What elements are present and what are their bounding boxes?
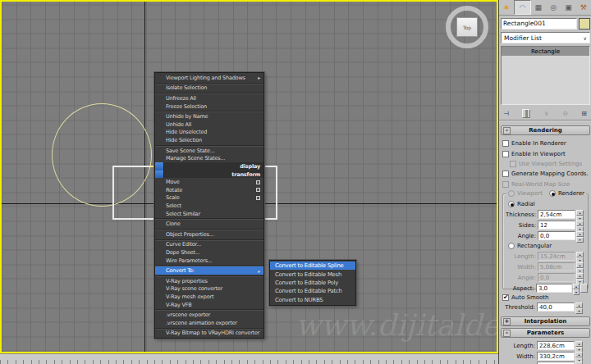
value-field[interactable]: 228,6cm [537, 341, 575, 350]
value-field[interactable]: 15,24cm [538, 252, 575, 261]
value-field[interactable]: 0,0 [538, 231, 575, 240]
value-field[interactable]: 0,0 [538, 273, 575, 282]
value-field[interactable]: 2,54cm [538, 210, 575, 219]
radio-button[interactable] [508, 190, 515, 197]
menu-item[interactable]: V-Ray mesh export ▸ [155, 293, 263, 301]
menu-item[interactable]: transform ▸ [155, 171, 263, 179]
menu-item[interactable]: Manage Scene States... ▸ [155, 154, 263, 162]
spinner[interactable]: ▴▾ [576, 210, 584, 219]
menu-item[interactable]: Move ▸ [155, 178, 263, 186]
submenu-item[interactable]: Convert to Editable Poly [270, 279, 355, 287]
spinner[interactable]: ▴▾ [576, 262, 584, 271]
menu-item[interactable]: Freeze Selection ▸ [155, 102, 263, 111]
checkbox[interactable] [510, 161, 516, 167]
rollout-rendering-header[interactable]: - Rendering [501, 125, 590, 135]
radio-button[interactable] [508, 201, 515, 207]
spinner[interactable]: ▴▾ [575, 303, 583, 312]
spinner[interactable]: ▴▾ [576, 273, 584, 282]
rollout-parameters-header[interactable]: - Parameters [501, 328, 590, 338]
command-panel-tab[interactable]: ⚒ [576, 0, 591, 15]
object-name-field[interactable]: Rectangle001 [501, 18, 577, 30]
viewcube-top-face[interactable]: Top [456, 17, 478, 37]
menu-item[interactable]: Unfreeze All ▸ [155, 94, 263, 102]
value-field[interactable]: 5,08cm [538, 262, 575, 271]
radio-renderer[interactable]: Renderer [549, 190, 584, 197]
collapse-icon[interactable]: - [503, 127, 511, 134]
menu-item[interactable]: display ▸ [155, 162, 263, 171]
checkbox[interactable] [502, 181, 509, 188]
modifier-stack[interactable]: Rectangle [501, 46, 590, 105]
value-field[interactable]: 12 [538, 221, 575, 230]
value-field[interactable]: 40,0 [537, 303, 575, 312]
menu-item[interactable]: Isolate Selection ▸ [155, 84, 263, 93]
spinner[interactable]: ▴▾ [576, 231, 584, 240]
menu-item[interactable]: Curve Editor... ▸ [155, 241, 263, 249]
command-panel-tab[interactable]: ▦ [531, 0, 546, 15]
menu-item[interactable]: .vrscene animation exporter ▸ [155, 319, 263, 327]
command-panel-tab[interactable]: ◎ [546, 0, 561, 15]
menu-item[interactable]: Scale ▸ [155, 194, 263, 202]
modifier-stack-item[interactable]: Rectangle [502, 47, 589, 56]
radio-viewport[interactable]: Viewport [508, 190, 543, 197]
viewcube[interactable]: Top [443, 4, 491, 50]
spinner[interactable]: ▴▾ [576, 221, 584, 230]
checkbox-row[interactable]: Enable In Viewport [502, 148, 589, 158]
submenu-item[interactable]: Convert to Editable Mesh [270, 270, 355, 278]
menu-item[interactable]: Clone ▸ [155, 220, 263, 228]
menu-item[interactable]: V-Ray properties ▸ [155, 277, 263, 285]
menu-item[interactable]: Save Scene State... ▸ [155, 147, 263, 155]
checkbox[interactable] [502, 151, 509, 157]
value-field[interactable]: 330,2cm [537, 352, 575, 361]
stack-tool-button[interactable]: ∨ [544, 110, 549, 117]
command-panel-tab[interactable]: ▣ [561, 0, 575, 15]
object-color-swatch[interactable] [579, 18, 590, 30]
spinner[interactable]: ▴▾ [576, 252, 584, 261]
checkbox-row[interactable]: Real-World Map Size [502, 180, 589, 189]
aspect-lock-button[interactable] [580, 284, 588, 293]
menu-item[interactable]: Object Properties... ▸ [155, 230, 263, 239]
radio-radial[interactable]: Radial [503, 199, 588, 209]
radio-rectangular[interactable]: Rectangular [503, 241, 588, 251]
rollout-interpolation-header[interactable]: + Interpolation [501, 316, 590, 326]
checkbox[interactable] [502, 140, 509, 147]
menu-item[interactable]: Viewport Lighting and Shadows ▸ [155, 74, 263, 82]
stack-tool-button[interactable]: ⊣ [503, 110, 509, 117]
menu-item[interactable]: Dope Sheet... ▸ [155, 248, 263, 257]
menu-item[interactable]: Wire Parameters... ▸ [155, 257, 263, 265]
modifier-list-dropdown[interactable]: Modifier List ∨ [501, 32, 590, 43]
submenu-item[interactable]: Convert to Editable Spline [270, 262, 355, 270]
spinner[interactable]: ▴▾ [573, 284, 580, 293]
menu-item[interactable]: Rotate ▸ [155, 186, 263, 194]
checkbox[interactable] [502, 171, 509, 177]
checkbox-row[interactable]: Use Viewport Settings [502, 159, 589, 169]
checkbox-row[interactable]: Generate Mapping Coords. [502, 169, 589, 179]
radio-button[interactable] [508, 243, 515, 249]
expand-icon[interactable]: + [503, 318, 511, 325]
collapse-icon[interactable]: - [503, 330, 511, 337]
submenu-item[interactable]: Convert to Editable Patch [270, 287, 355, 295]
checkbox-row[interactable]: Enable In Renderer [502, 139, 589, 148]
menu-item[interactable]: V-Ray VFB ▸ [155, 301, 263, 309]
menu-item[interactable]: Hide Unselected ▸ [155, 129, 263, 137]
checkbox[interactable] [502, 294, 509, 301]
track-bar[interactable] [0, 353, 498, 364]
radio-button[interactable] [549, 190, 556, 197]
menu-item[interactable]: Unhide by Name ▸ [155, 112, 263, 121]
viewport-top-view[interactable]: www.dijitalders. Top Viewport Lighting a… [0, 0, 498, 353]
spinner[interactable]: ▴▾ [575, 352, 583, 361]
menu-item[interactable]: Select ▸ [155, 202, 263, 210]
submenu-item[interactable]: Convert to NURBS [270, 296, 355, 304]
stack-tool-button[interactable]: ‖ [522, 109, 530, 118]
spinner[interactable]: ▴▾ [575, 341, 583, 350]
value-field[interactable]: 3,0 [536, 284, 572, 293]
menu-item[interactable]: Convert To: ▸ [155, 266, 263, 275]
menu-item[interactable]: V-Ray Bitmap to VRayHDRI converter ▸ [155, 330, 263, 338]
stack-tool-button[interactable]: ⊖ [562, 110, 568, 117]
menu-item[interactable]: .vrscene exporter ▸ [155, 311, 263, 319]
menu-item[interactable]: Select Similar ▸ [155, 210, 263, 218]
stack-tool-button[interactable]: ⊞ [581, 110, 587, 117]
menu-item[interactable]: Unhide All ▸ [155, 121, 263, 129]
menu-item[interactable]: Hide Selection ▸ [155, 136, 263, 144]
command-panel-tab[interactable]: ∗ [499, 0, 514, 15]
menu-item[interactable]: V-Ray scene converter ▸ [155, 285, 263, 293]
